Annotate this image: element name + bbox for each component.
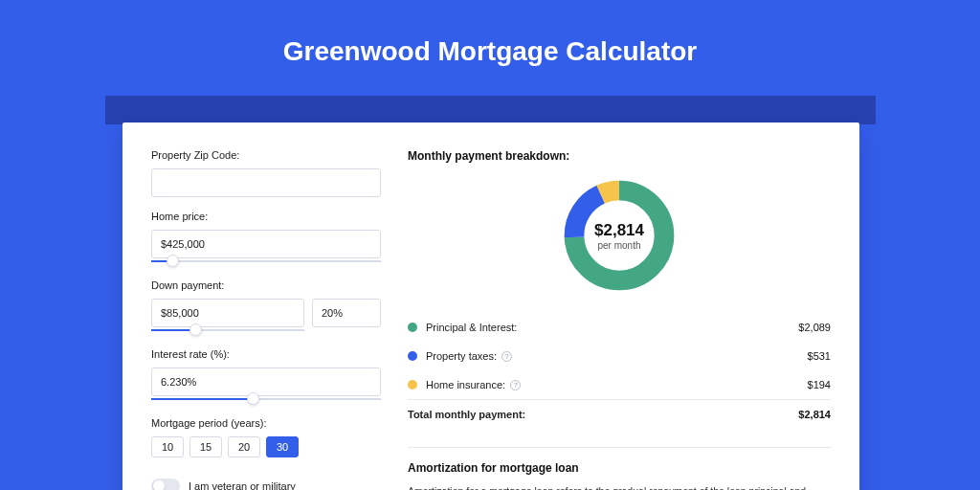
breakdown-value: $531 [808,350,831,362]
legend-dot [408,323,417,332]
breakdown-label: Home insurance: [426,379,505,390]
amortization-title: Amortization for mortgage loan [408,461,831,475]
home-price-input[interactable] [151,230,381,258]
breakdown-panel: Monthly payment breakdown: $2,814 per mo… [408,149,831,490]
amortization-section: Amortization for mortgage loan Amortizat… [408,447,831,490]
down-payment-slider[interactable] [151,325,304,335]
veteran-label: I am veteran or military [189,480,296,490]
breakdown-row: Property taxes:?$531 [408,342,831,370]
period-button-10[interactable]: 10 [151,436,184,457]
home-price-label: Home price: [151,211,381,222]
donut-center-value: $2,814 [594,221,644,240]
veteran-toggle[interactable] [151,479,180,490]
period-group: 10152030 [151,436,381,457]
help-icon[interactable]: ? [510,380,521,390]
donut-center-sub: per month [597,240,640,251]
breakdown-list: Principal & Interest:$2,089Property taxe… [408,312,831,428]
amortization-body: Amortization for a mortgage loan refers … [408,484,831,490]
period-label: Mortgage period (years): [151,417,381,429]
breakdown-donut-chart: $2,814 per month [560,176,679,295]
period-button-30[interactable]: 30 [266,436,299,457]
breakdown-total-label: Total monthly payment: [408,409,525,420]
down-payment-pct-input[interactable] [312,299,381,327]
down-payment-label: Down payment: [151,279,381,291]
form-panel: Property Zip Code: Home price: Down paym… [151,149,381,490]
header-bar [105,96,876,124]
breakdown-total-value: $2,814 [798,409,831,420]
page-title: Greenwood Mortgage Calculator [0,0,980,67]
breakdown-value: $2,089 [798,322,831,333]
legend-dot [408,351,417,361]
breakdown-title: Monthly payment breakdown: [408,149,831,163]
breakdown-row: Principal & Interest:$2,089 [408,313,831,342]
interest-rate-input[interactable] [151,368,381,396]
down-payment-input[interactable] [151,299,304,327]
breakdown-total-row: Total monthly payment:$2,814 [408,399,831,428]
period-button-15[interactable]: 15 [189,436,222,457]
home-price-slider[interactable] [151,256,381,266]
breakdown-value: $194 [808,379,831,390]
zip-label: Property Zip Code: [151,149,381,161]
help-icon[interactable]: ? [501,351,512,362]
interest-rate-label: Interest rate (%): [151,348,381,360]
interest-rate-slider[interactable] [151,394,381,404]
period-button-20[interactable]: 20 [228,436,260,457]
legend-dot [408,380,417,390]
zip-input[interactable] [151,168,381,197]
breakdown-row: Home insurance:?$194 [408,370,831,399]
breakdown-label: Property taxes: [426,350,497,362]
breakdown-label: Principal & Interest: [426,322,517,333]
calculator-card: Property Zip Code: Home price: Down paym… [122,122,859,490]
